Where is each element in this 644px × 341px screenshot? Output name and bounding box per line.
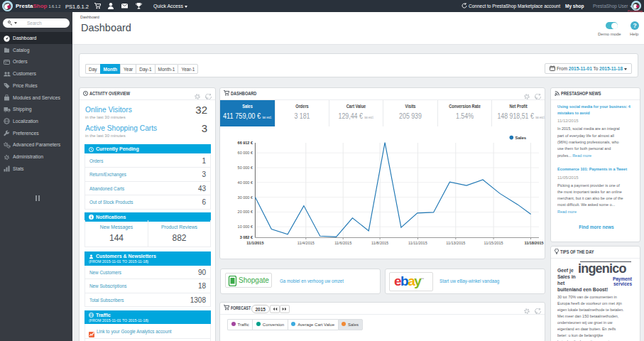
svg-text:11/1/2015: 11/1/2015 (246, 241, 263, 245)
svg-text:10 000 €: 10 000 € (238, 224, 253, 229)
svg-text:Sales: Sales (515, 136, 527, 140)
svg-text:40 000 €: 40 000 € (238, 180, 253, 185)
svg-text:60 000 €: 60 000 € (238, 151, 253, 155)
svg-text:11/18/2015: 11/18/2015 (524, 241, 543, 245)
svg-text:50 000 €: 50 000 € (238, 166, 253, 170)
svg-text:11/13/2015: 11/13/2015 (446, 241, 465, 245)
svg-text:11/11/2015: 11/11/2015 (408, 241, 427, 245)
svg-text:20 000 €: 20 000 € (238, 210, 253, 214)
svg-text:66 912 €: 66 912 € (238, 141, 253, 145)
svg-text:11/4/2015: 11/4/2015 (298, 241, 315, 245)
svg-text:11/6/2015: 11/6/2015 (334, 241, 351, 245)
svg-text:30 000 €: 30 000 € (238, 195, 253, 200)
svg-text:11/8/2015: 11/8/2015 (371, 241, 388, 245)
svg-text:11/15/2015: 11/15/2015 (484, 241, 503, 245)
svg-text:3 082 €: 3 082 € (240, 235, 253, 239)
